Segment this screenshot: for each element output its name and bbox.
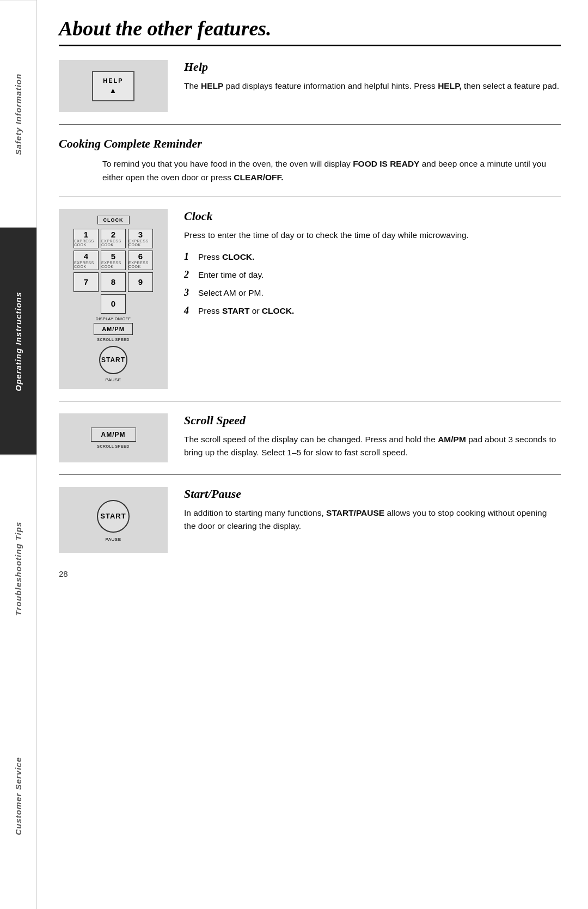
cooking-section: Cooking Complete Reminder To remind you … [59, 137, 561, 185]
ampm-scroll-button[interactable]: AM/PM [91, 428, 136, 442]
cooking-title: Cooking Complete Reminder [59, 137, 561, 151]
key-8[interactable]: 8 [101, 272, 126, 292]
help-button-image: HELP ▲ [92, 71, 134, 101]
key-5[interactable]: 5 EXPRESS COOK [101, 251, 126, 270]
key-7[interactable]: 7 [74, 272, 99, 292]
help-image: HELP ▲ [59, 60, 168, 112]
key-1[interactable]: 1 EXPRESS COOK [74, 229, 99, 248]
title-divider [59, 45, 561, 46]
key-9[interactable]: 9 [128, 272, 153, 292]
start-pause-content: Start/Pause In addition to starting many… [184, 487, 561, 534]
scroll-speed-label: SCROLL SPEED [97, 338, 129, 341]
clock-divider [59, 401, 561, 401]
step-2: 2 Enter time of day. [184, 267, 561, 282]
help-section: HELP ▲ Help The HELP pad displays featur… [59, 60, 561, 112]
key-0[interactable]: 0 [101, 294, 126, 314]
clock-intro: Press to enter the time of day or to che… [184, 229, 561, 242]
start-pause-title: Start/Pause [184, 487, 561, 501]
keypad-row-zero: 0 [101, 294, 126, 314]
scroll-speed-title: Scroll Speed [184, 413, 561, 428]
sidebar-tab-safety[interactable]: Safety Information [0, 0, 36, 228]
main-content: About the other features. HELP ▲ Help Th… [37, 0, 588, 909]
start-pause-section: START PAUSE Start/Pause In addition to s… [59, 487, 561, 553]
key-6[interactable]: 6 EXPRESS COOK [128, 251, 153, 270]
start-pause-body: In addition to starting many functions, … [184, 507, 561, 534]
step-4: 4 Press START or CLOCK. [184, 303, 561, 318]
pause-label-img: PAUSE [105, 537, 121, 542]
scroll-divider [59, 474, 561, 475]
help-body: The HELP pad displays feature informatio… [184, 80, 561, 93]
display-onoff-label: DISPLAY ON/OFF [96, 317, 131, 321]
start-button-img[interactable]: START [97, 500, 130, 533]
scroll-speed-body: The scroll speed of the display can be c… [184, 433, 561, 460]
scroll-speed-image: AM/PM SCROLL SPEED [59, 413, 168, 462]
step-3: 3 Select AM or PM. [184, 285, 561, 300]
cooking-divider [59, 197, 561, 197]
pause-label-keypad: PAUSE [105, 377, 121, 382]
clock-section: CLOCK 1 EXPRESS COOK 2 EXPRESS COOK 3 [59, 209, 561, 389]
page-title: About the other features. [59, 16, 561, 40]
help-content: Help The HELP pad displays feature infor… [184, 60, 561, 93]
clock-key-label: CLOCK [97, 216, 130, 224]
clock-image: CLOCK 1 EXPRESS COOK 2 EXPRESS COOK 3 [59, 209, 168, 389]
start-button-keypad[interactable]: START [99, 346, 127, 374]
sidebar-tab-operating[interactable]: Operating Instructions [0, 228, 36, 455]
scroll-speed-content: Scroll Speed The scroll speed of the dis… [184, 413, 561, 460]
keypad: CLOCK 1 EXPRESS COOK 2 EXPRESS COOK 3 [74, 216, 153, 382]
help-title: Help [184, 60, 561, 74]
clock-title: Clock [184, 209, 561, 223]
help-divider [59, 124, 561, 125]
step-1: 1 Press CLOCK. [184, 249, 561, 264]
start-pause-image: START PAUSE [59, 487, 168, 553]
keypad-row-1: 1 EXPRESS COOK 2 EXPRESS COOK 3 EXPRESS … [74, 229, 153, 248]
key-2[interactable]: 2 EXPRESS COOK [101, 229, 126, 248]
ampm-button[interactable]: AM/PM [94, 323, 133, 335]
clock-steps: 1 Press CLOCK. 2 Enter time of day. 3 Se… [184, 249, 561, 318]
cooking-body: To remind you that you have food in the … [59, 157, 561, 185]
scroll-speed-sub: SCROLL SPEED [97, 444, 129, 448]
key-4[interactable]: 4 EXPRESS COOK [74, 251, 99, 270]
key-3[interactable]: 3 EXPRESS COOK [128, 229, 153, 248]
sidebar: Safety Information Operating Instruction… [0, 0, 37, 909]
sidebar-tab-customer[interactable]: Customer Service [0, 682, 36, 910]
page-number: 28 [59, 569, 561, 578]
keypad-row-2: 4 EXPRESS COOK 5 EXPRESS COOK 6 EXPRESS … [74, 251, 153, 270]
scroll-speed-section: AM/PM SCROLL SPEED Scroll Speed The scro… [59, 413, 561, 462]
sidebar-tab-troubleshooting[interactable]: Troubleshooting Tips [0, 455, 36, 682]
keypad-row-3: 7 8 9 [74, 272, 153, 292]
clock-content: Clock Press to enter the time of day or … [184, 209, 561, 322]
